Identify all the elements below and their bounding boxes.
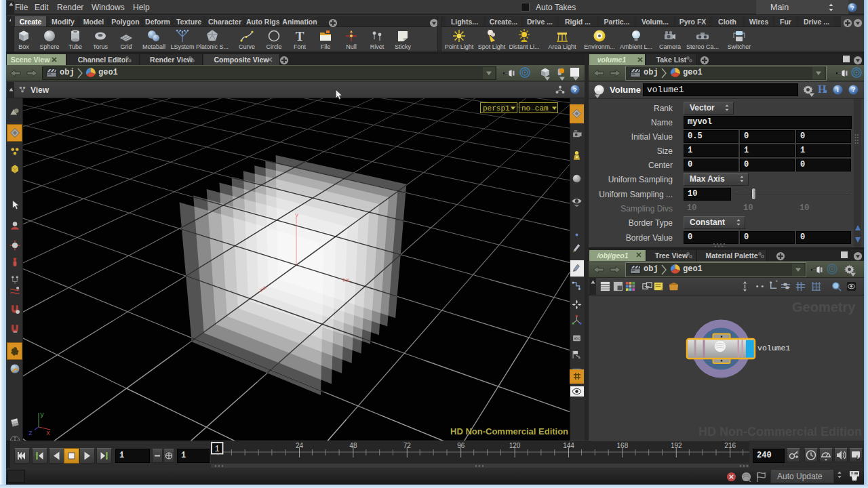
svg-text:T: T: [296, 29, 304, 43]
svg-text:HD Non-Commercial Edition: HD Non-Commercial Edition: [450, 426, 568, 436]
svg-text:48: 48: [349, 442, 357, 449]
svg-text:1: 1: [214, 445, 219, 454]
svg-text:y: y: [295, 212, 299, 219]
svg-text:120: 120: [509, 442, 521, 449]
svg-text:?: ?: [573, 86, 577, 94]
svg-text:24: 24: [296, 442, 304, 449]
svg-text:96: 96: [457, 442, 465, 449]
svg-text:y: y: [40, 411, 44, 419]
svg-text:?: ?: [850, 4, 854, 12]
svg-text:persp1: persp1: [483, 104, 510, 113]
svg-text:abc: abc: [574, 336, 580, 340]
svg-text:i: i: [837, 86, 839, 94]
svg-text:216: 216: [724, 442, 736, 449]
svg-text:?: ?: [851, 86, 855, 94]
svg-text:168: 168: [617, 442, 629, 449]
svg-text:z: z: [28, 430, 33, 437]
svg-text:72: 72: [403, 442, 412, 449]
svg-text:z: z: [259, 287, 262, 294]
svg-text:144: 144: [563, 442, 574, 449]
svg-text:x: x: [46, 430, 50, 437]
svg-text:192: 192: [671, 442, 682, 449]
svg-text:x: x: [346, 277, 349, 284]
